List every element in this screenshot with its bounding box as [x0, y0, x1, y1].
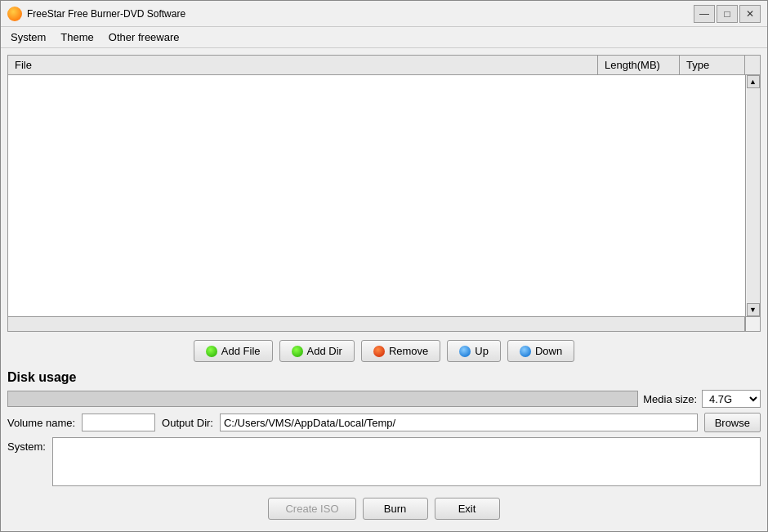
window-title: FreeStar Free Burner-DVD Software [27, 8, 185, 20]
file-table: File Length(MB) Type ▲ ▼ [7, 55, 761, 332]
remove-button[interactable]: Remove [361, 340, 440, 362]
disk-usage-bar [7, 391, 638, 407]
remove-icon [373, 346, 385, 357]
disk-usage-title: Disk usage [7, 370, 761, 385]
title-bar-left: FreeStar Free Burner-DVD Software [7, 7, 185, 21]
remove-label: Remove [389, 345, 428, 357]
file-table-header: File Length(MB) Type [8, 56, 760, 75]
add-file-button[interactable]: Add File [194, 340, 273, 362]
close-button[interactable]: ✕ [739, 5, 761, 23]
add-file-label: Add File [221, 345, 261, 357]
media-size-select[interactable]: 4.7G 8.5G 700MB 1.4G [702, 390, 761, 408]
scroll-track[interactable] [747, 88, 760, 303]
scroll-up-btn[interactable]: ▲ [747, 75, 760, 88]
main-content: File Length(MB) Type ▲ ▼ [1, 48, 767, 531]
vertical-scrollbar[interactable]: ▲ ▼ [745, 75, 760, 316]
output-dir-label: Output Dir: [162, 417, 213, 429]
action-button-bar: Add File Add Dir Remove Up Down [7, 337, 761, 365]
menu-theme[interactable]: Theme [54, 29, 100, 46]
minimize-button[interactable]: — [694, 5, 715, 23]
column-file: File [8, 56, 598, 74]
volume-name-input[interactable] [82, 414, 155, 431]
system-row: System: [7, 437, 761, 486]
down-button[interactable]: Down [507, 340, 574, 362]
down-label: Down [535, 345, 562, 357]
app-icon [7, 7, 22, 21]
add-dir-icon [292, 346, 303, 357]
scroll-h-track[interactable] [8, 317, 745, 331]
disk-usage-section: Disk usage Media size: 4.7G 8.5G 700MB 1… [7, 370, 761, 486]
file-table-body: ▲ ▼ [8, 75, 760, 316]
browse-button[interactable]: Browse [704, 413, 761, 432]
title-bar: FreeStar Free Burner-DVD Software — □ ✕ [1, 1, 767, 27]
media-size-label: Media size: [643, 393, 697, 405]
add-dir-label: Add Dir [307, 345, 342, 357]
file-list[interactable] [8, 75, 745, 316]
menu-bar: System Theme Other freeware [1, 27, 767, 48]
bottom-button-bar: Create ISO Burn Exit [7, 491, 761, 525]
exit-button[interactable]: Exit [435, 498, 500, 520]
scroll-down-btn[interactable]: ▼ [747, 303, 760, 316]
system-textarea[interactable] [52, 437, 761, 486]
title-controls: — □ ✕ [694, 5, 761, 23]
create-iso-button[interactable]: Create ISO [268, 498, 355, 520]
column-type: Type [680, 56, 745, 74]
up-icon [459, 346, 471, 357]
system-label: System: [7, 437, 46, 453]
burn-button[interactable]: Burn [363, 498, 428, 520]
menu-other[interactable]: Other freeware [102, 29, 186, 46]
menu-system[interactable]: System [4, 29, 52, 46]
add-dir-button[interactable]: Add Dir [279, 340, 355, 362]
scrollbar-placeholder [745, 56, 760, 74]
main-window: FreeStar Free Burner-DVD Software — □ ✕ … [0, 0, 768, 532]
add-file-icon [206, 346, 217, 357]
disk-bar-row: Media size: 4.7G 8.5G 700MB 1.4G [7, 390, 761, 408]
volume-name-label: Volume name: [7, 417, 75, 429]
column-length: Length(MB) [598, 56, 680, 74]
up-button[interactable]: Up [447, 340, 501, 362]
output-dir-input[interactable] [220, 414, 698, 431]
maximize-button[interactable]: □ [717, 5, 738, 23]
up-label: Up [475, 345, 489, 357]
scroll-corner [745, 317, 760, 331]
file-table-footer [8, 316, 760, 331]
down-icon [520, 346, 531, 357]
volume-dir-row: Volume name: Output Dir: Browse [7, 413, 761, 432]
